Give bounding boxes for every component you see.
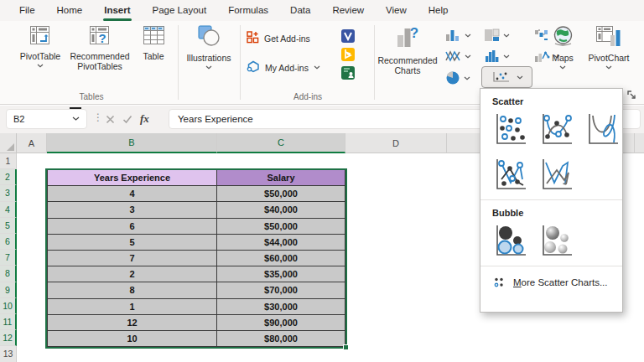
cell-years-experience-header[interactable]: Years Experience (47, 170, 217, 186)
row-header-12[interactable]: 12 (0, 330, 17, 346)
row-header-8[interactable]: 8 (0, 266, 17, 282)
scatter-smooth-option[interactable] (584, 111, 620, 148)
scatter-chart-dropdown: Scatter Bubble (480, 88, 623, 313)
table-header-row: Years ExperienceSalary (47, 170, 345, 186)
name-box-splitter[interactable] (70, 107, 81, 109)
column-header-D[interactable]: D (345, 133, 447, 153)
ribbon-tab-file[interactable]: File (8, 0, 46, 21)
cell-salary-5[interactable]: $60,000 (217, 251, 345, 266)
row-header-1[interactable]: 1 (0, 153, 17, 169)
cell-years-experience-3[interactable]: 6 (47, 219, 217, 235)
get-addins-button[interactable]: Get Add-ins (247, 31, 310, 45)
name-box[interactable]: B2 (6, 109, 87, 129)
table-row: 8$70,000 (47, 282, 345, 298)
scatter-straight-option[interactable] (538, 156, 574, 194)
scatter-smooth-markers-option[interactable] (538, 111, 574, 148)
insert-column-chart-button[interactable] (445, 28, 471, 42)
confirm-entry-icon[interactable] (122, 115, 132, 124)
row-header-11[interactable]: 11 (0, 314, 17, 330)
insert-statistic-chart-button[interactable] (484, 49, 510, 63)
cell-salary-header[interactable]: Salary (217, 170, 345, 186)
insert-line-chart-button[interactable] (445, 49, 471, 63)
chevron-down-icon (465, 34, 471, 38)
row-header-10[interactable]: 10 (0, 298, 17, 314)
line-chart-icon (445, 49, 461, 63)
bubble-option[interactable] (491, 222, 527, 260)
scatter-option[interactable] (491, 111, 527, 148)
select-all-corner[interactable] (0, 133, 17, 153)
row-header-9[interactable]: 9 (0, 282, 17, 298)
pivottable-icon (29, 25, 52, 48)
fill-handle[interactable] (343, 344, 349, 350)
bubble-options-grid (480, 222, 623, 260)
recommended-pivottables-button[interactable]: ? Recommended PivotTables (67, 25, 132, 72)
cell-years-experience-2[interactable]: 3 (47, 202, 217, 218)
row-header-13[interactable]: 13 (0, 346, 17, 362)
ribbon-tab-data[interactable]: Data (279, 0, 321, 21)
row-header-7[interactable]: 7 (0, 250, 17, 266)
cell-years-experience-8[interactable]: 1 (47, 299, 217, 315)
people-graph-addin-icon[interactable] (341, 66, 355, 83)
my-addins-button[interactable]: My Add-ins (247, 60, 320, 75)
group-separator (374, 25, 375, 100)
ribbon-tab-home[interactable]: Home (46, 0, 94, 21)
cell-salary-9[interactable]: $90,000 (217, 315, 345, 331)
maps-globe-icon (552, 25, 574, 49)
cell-years-experience-10[interactable]: 10 (47, 331, 217, 347)
column-header-C[interactable]: C (217, 133, 345, 153)
cell-salary-7[interactable]: $70,000 (217, 282, 345, 298)
ribbon-tab-insert[interactable]: Insert (93, 0, 141, 21)
cell-salary-10[interactable]: $80,000 (217, 331, 345, 347)
more-scatter-charts-icon (493, 277, 506, 289)
cell-salary-2[interactable]: $40,000 (217, 202, 345, 218)
row-header-2[interactable]: 2 (0, 169, 17, 185)
name-box-value: B2 (13, 114, 72, 124)
cell-salary-1[interactable]: $50,000 (217, 186, 345, 202)
ribbon-tab-review[interactable]: Review (321, 0, 375, 21)
cell-salary-3[interactable]: $50,000 (217, 219, 345, 235)
row-header-5[interactable]: 5 (0, 218, 17, 234)
cancel-entry-icon[interactable] (106, 115, 115, 124)
visio-addin-icon[interactable] (341, 29, 355, 46)
chevron-down-icon (464, 76, 470, 80)
cell-years-experience-6[interactable]: 2 (47, 266, 217, 282)
insert-scatter-chart-button[interactable] (481, 66, 532, 88)
bing-maps-addin-icon[interactable] (341, 48, 355, 65)
scatter-section-header: Scatter (492, 96, 622, 106)
ribbon-tab-page-layout[interactable]: Page Layout (142, 0, 218, 21)
bubble-3d-option[interactable] (538, 222, 574, 260)
row-header-4[interactable]: 4 (0, 202, 17, 218)
maps-button[interactable]: Maps (545, 25, 580, 70)
table-button[interactable]: Table (134, 25, 173, 61)
scatter-straight-markers-option[interactable] (491, 156, 527, 194)
cell-salary-4[interactable]: $44,000 (217, 235, 345, 251)
column-header-B[interactable]: B (47, 133, 217, 153)
cell-years-experience-9[interactable]: 12 (47, 315, 217, 331)
scatter-straight-markers-icon (492, 158, 527, 193)
pivotchart-button[interactable]: PivotChart (584, 25, 634, 70)
maps-label: Maps (552, 53, 574, 63)
cell-years-experience-5[interactable]: 7 (47, 251, 217, 266)
cell-years-experience-7[interactable]: 8 (47, 282, 217, 298)
charts-dialog-launcher[interactable] (626, 89, 638, 101)
row-header-3[interactable]: 3 (0, 185, 17, 201)
cell-years-experience-1[interactable]: 4 (47, 186, 217, 202)
insert-hierarchy-chart-button[interactable] (484, 28, 510, 42)
ribbon-tab-help[interactable]: Help (418, 0, 460, 21)
ribbon-tab-view[interactable]: View (375, 0, 418, 21)
pivottable-button[interactable]: PivotTable (15, 25, 65, 68)
recommended-charts-button[interactable]: ? Recommended Charts (377, 25, 438, 76)
cell-salary-8[interactable]: $30,000 (217, 299, 345, 315)
ribbon-tab-formulas[interactable]: Formulas (217, 0, 279, 21)
insert-function-icon[interactable]: fx (140, 112, 149, 126)
column-header-A[interactable]: A (17, 133, 47, 153)
illustrations-button[interactable]: Illustrations (179, 25, 238, 70)
more-scatter-charts-item[interactable]: More Scatter Charts... (480, 266, 622, 292)
recommended-charts-icon: ? (396, 25, 419, 52)
insert-pie-chart-button[interactable] (445, 70, 470, 85)
cell-salary-6[interactable]: $35,000 (217, 266, 345, 282)
row-header-6[interactable]: 6 (0, 234, 17, 250)
group-separator (240, 25, 241, 100)
column-header-G[interactable]: G (635, 133, 644, 153)
cell-years-experience-4[interactable]: 5 (47, 235, 217, 251)
